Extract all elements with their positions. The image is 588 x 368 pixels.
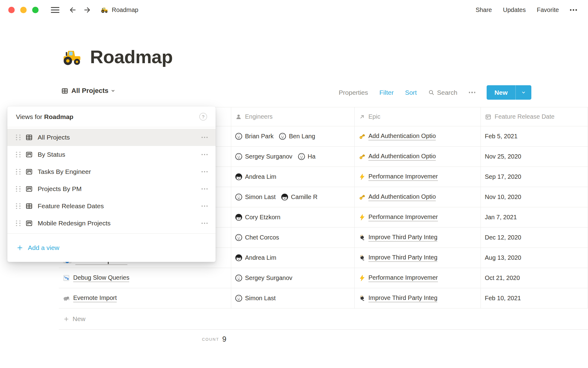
view-list-item[interactable]: Tasks By Engineer [7,163,216,180]
cell-project-name[interactable]: Evernote Import [59,288,231,308]
cell-engineers[interactable]: Andrea Lim [231,167,355,187]
cell-engineers[interactable]: Sergey Surganov Ha [231,147,355,167]
table-row[interactable]: Debug Slow Queries Sergey Surganov Perfo… [59,268,588,288]
epic-link[interactable]: Improve Third Party Integ [368,233,437,242]
table-row[interactable]: Evernote Import Simon Last Improve Third… [59,288,588,309]
cell-release-date[interactable]: Sep 17, 2020 [481,167,588,187]
cell-release-date[interactable]: Nov 25, 2020 [481,147,588,167]
cell-release-date[interactable]: Oct 21, 2020 [481,268,588,288]
drag-handle-icon[interactable] [16,186,21,192]
cell-engineers[interactable]: Brian Park Ben Lang [231,126,355,146]
sidebar-menu-icon[interactable] [51,7,59,13]
engineer-chip[interactable]: Simon Last [235,194,276,201]
cell-epic[interactable]: Improve Third Party Integ [355,288,481,308]
updates-button[interactable]: Updates [503,6,526,13]
cell-epic[interactable]: Improve Third Party Integ [355,248,481,268]
new-button[interactable]: New [487,85,531,100]
cell-epic[interactable]: Performance Improvemer [355,167,481,187]
toolbar-more-icon[interactable] [469,92,476,93]
cell-engineers[interactable]: Simon Last Camille R [231,187,355,207]
cell-release-date[interactable]: Feb 5, 2021 [481,126,588,146]
view-list-item[interactable]: By Status [7,146,216,163]
cell-epic[interactable]: Add Authentication Optio [355,147,481,167]
view-list-item[interactable]: Projects By PM [7,180,216,197]
engineer-chip[interactable]: Sergey Surganov [235,153,292,160]
drag-handle-icon[interactable] [16,203,21,209]
sort-button[interactable]: Sort [405,89,417,96]
help-icon[interactable] [199,113,207,121]
favorite-button[interactable]: Favorite [537,6,559,13]
view-item-more-icon[interactable] [202,171,208,172]
back-button[interactable] [69,6,77,14]
drag-handle-icon[interactable] [16,152,21,158]
epic-link[interactable]: Performance Improvemer [368,213,438,221]
epic-link[interactable]: Add Authentication Optio [368,152,436,161]
drag-handle-icon[interactable] [16,220,21,226]
add-view-button[interactable]: Add a view [7,233,216,262]
epic-link[interactable]: Improve Third Party Integ [368,254,437,262]
drag-handle-icon[interactable] [16,169,21,175]
engineer-chip[interactable]: Andrea Lim [235,254,276,261]
engineer-chip[interactable]: Cory Etzkorn [235,214,281,221]
new-button-dropdown[interactable] [516,85,531,100]
view-item-more-icon[interactable] [202,188,208,190]
cell-release-date[interactable]: Dec 12, 2020 [481,228,588,247]
engineer-chip[interactable]: Brian Park [235,133,273,140]
view-item-more-icon[interactable] [202,205,208,207]
view-item-more-icon[interactable] [202,154,208,155]
tractor-page-icon[interactable] [61,46,83,67]
engineer-chip[interactable]: Sergey Surganov [235,274,292,282]
engineer-chip[interactable]: Ben Lang [279,133,315,140]
cell-release-date[interactable]: Jan 7, 2021 [481,207,588,227]
view-list-item[interactable]: Mobile Redesign Projects [7,215,216,232]
cell-release-date[interactable]: Nov 10, 2020 [481,187,588,207]
epic-link[interactable]: Improve Third Party Integ [368,294,437,302]
search-button[interactable]: Search [428,89,458,96]
engineer-chip[interactable]: Chet Corcos [235,234,279,241]
close-window-button[interactable] [8,7,15,13]
cell-engineers[interactable]: Chet Corcos [231,228,355,247]
cell-epic[interactable]: Performance Improvemer [355,207,481,227]
properties-button[interactable]: Properties [339,89,368,96]
project-name-link[interactable]: Debug Slow Queries [73,274,129,282]
column-header-release-date[interactable]: Feature Release Date [481,107,588,126]
breadcrumb[interactable]: Roadmap [100,6,138,14]
cell-engineers[interactable]: Sergey Surganov [231,268,355,288]
new-button-label[interactable]: New [487,85,515,100]
engineer-chip[interactable]: Ha [298,153,316,160]
view-list-item[interactable]: Feature Release Dates [7,197,216,215]
cell-epic[interactable]: Add Authentication Optio [355,126,481,146]
cell-engineers[interactable]: Cory Etzkorn [231,207,355,227]
epic-link[interactable]: Add Authentication Optio [368,193,436,201]
zoom-window-button[interactable] [32,7,39,13]
cell-release-date[interactable]: Feb 10, 2021 [481,288,588,308]
cell-engineers[interactable]: Simon Last [231,288,355,308]
release-date: Jan 7, 2021 [485,214,517,221]
view-switcher[interactable]: All Projects [61,87,115,95]
epic-link[interactable]: Performance Improvemer [368,173,438,181]
cell-epic[interactable]: Improve Third Party Integ [355,228,481,247]
more-menu-icon[interactable] [570,9,577,11]
forward-button[interactable] [83,6,91,14]
engineer-chip[interactable]: Simon Last [235,295,276,302]
engineer-chip[interactable]: Andrea Lim [235,173,276,180]
view-list-item[interactable]: All Projects [7,129,216,146]
cell-engineers[interactable]: Andrea Lim [231,248,355,268]
epic-link[interactable]: Performance Improvemer [368,274,438,282]
column-header-engineers[interactable]: Engineers [231,107,355,126]
project-name-link[interactable]: Evernote Import [73,294,117,302]
filter-button[interactable]: Filter [379,89,394,96]
engineer-chip[interactable]: Camille R [281,194,318,201]
drag-handle-icon[interactable] [16,135,21,140]
cell-project-name[interactable]: Debug Slow Queries [59,268,231,288]
view-item-more-icon[interactable] [202,137,208,138]
column-header-epic[interactable]: Epic [355,107,481,126]
share-button[interactable]: Share [476,6,492,13]
cell-release-date[interactable]: Aug 13, 2020 [481,248,588,268]
add-row-button[interactable]: New [59,309,588,330]
cell-epic[interactable]: Performance Improvemer [355,268,481,288]
epic-link[interactable]: Add Authentication Optio [368,132,436,140]
minimize-window-button[interactable] [20,7,27,13]
cell-epic[interactable]: Add Authentication Optio [355,187,481,207]
view-item-more-icon[interactable] [202,223,208,224]
